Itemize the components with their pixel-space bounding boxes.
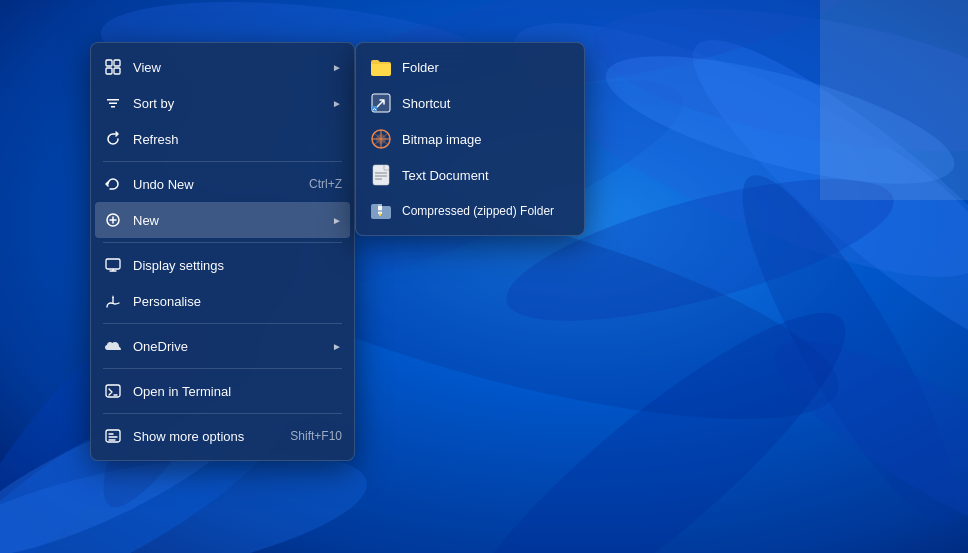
svg-rect-18 (820, 0, 968, 200)
submenu-item-zip-label: Compressed (zipped) Folder (402, 204, 554, 218)
menu-item-undo-new[interactable]: Undo New Ctrl+Z (91, 166, 354, 202)
view-icon (103, 57, 123, 77)
svg-rect-22 (114, 68, 120, 74)
svg-rect-52 (379, 213, 381, 216)
submenu-item-folder-label: Folder (402, 60, 439, 75)
menu-item-open-terminal[interactable]: Open in Terminal (91, 373, 354, 409)
svg-rect-20 (114, 60, 120, 66)
new-icon (103, 210, 123, 230)
separator-4 (103, 368, 342, 369)
menu-item-refresh[interactable]: Refresh (91, 121, 354, 157)
submenu-new: Folder Shortcut Bitmap image (355, 42, 585, 236)
menu-item-new-label: New (133, 213, 328, 228)
onedrive-chevron-icon: ► (332, 341, 342, 352)
text-document-icon (370, 164, 392, 186)
menu-item-show-more-options-label: Show more options (133, 429, 282, 444)
submenu-item-bitmap[interactable]: Bitmap image (356, 121, 584, 157)
menu-item-personalise-label: Personalise (133, 294, 342, 309)
submenu-item-text-document-label: Text Document (402, 168, 489, 183)
menu-item-view-label: View (133, 60, 328, 75)
shortcut-icon (370, 92, 392, 114)
menu-item-undo-new-label: Undo New (133, 177, 301, 192)
svg-rect-51 (378, 210, 382, 212)
context-menu: View ► Sort by ► Refresh Undo New Ctrl+Z (90, 42, 355, 461)
menu-item-personalise[interactable]: Personalise (91, 283, 354, 319)
folder-icon (370, 56, 392, 78)
submenu-item-shortcut[interactable]: Shortcut (356, 85, 584, 121)
menu-item-onedrive-label: OneDrive (133, 339, 328, 354)
separator-5 (103, 413, 342, 414)
refresh-icon (103, 129, 123, 149)
submenu-item-folder[interactable]: Folder (356, 49, 584, 85)
display-settings-icon (103, 255, 123, 275)
new-chevron-icon: ► (332, 215, 342, 226)
submenu-item-bitmap-label: Bitmap image (402, 132, 481, 147)
menu-item-onedrive[interactable]: OneDrive ► (91, 328, 354, 364)
svg-rect-19 (106, 60, 112, 66)
menu-item-new[interactable]: New ► (95, 202, 350, 238)
svg-rect-50 (378, 207, 382, 209)
svg-rect-30 (106, 385, 120, 397)
sort-chevron-icon: ► (332, 98, 342, 109)
zip-icon (370, 200, 392, 222)
menu-item-open-terminal-label: Open in Terminal (133, 384, 342, 399)
sort-icon (103, 93, 123, 113)
show-more-options-icon (103, 426, 123, 446)
submenu-item-zip[interactable]: Compressed (zipped) Folder (356, 193, 584, 229)
bitmap-icon (370, 128, 392, 150)
submenu-item-shortcut-label: Shortcut (402, 96, 450, 111)
undo-new-shortcut: Ctrl+Z (309, 177, 342, 191)
undo-icon (103, 174, 123, 194)
view-chevron-icon: ► (332, 62, 342, 73)
separator-3 (103, 323, 342, 324)
menu-item-sort-by-label: Sort by (133, 96, 328, 111)
svg-rect-26 (106, 259, 120, 269)
menu-item-display-settings-label: Display settings (133, 258, 342, 273)
menu-item-show-more-options[interactable]: Show more options Shift+F10 (91, 418, 354, 454)
menu-item-sort-by[interactable]: Sort by ► (91, 85, 354, 121)
svg-rect-21 (106, 68, 112, 74)
terminal-icon (103, 381, 123, 401)
menu-item-display-settings[interactable]: Display settings (91, 247, 354, 283)
submenu-item-text-document[interactable]: Text Document (356, 157, 584, 193)
separator-1 (103, 161, 342, 162)
menu-item-refresh-label: Refresh (133, 132, 342, 147)
personalise-icon (103, 291, 123, 311)
svg-rect-44 (373, 165, 389, 185)
show-more-shortcut: Shift+F10 (290, 429, 342, 443)
menu-item-view[interactable]: View ► (91, 49, 354, 85)
onedrive-icon (103, 336, 123, 356)
svg-rect-49 (378, 204, 382, 206)
separator-2 (103, 242, 342, 243)
